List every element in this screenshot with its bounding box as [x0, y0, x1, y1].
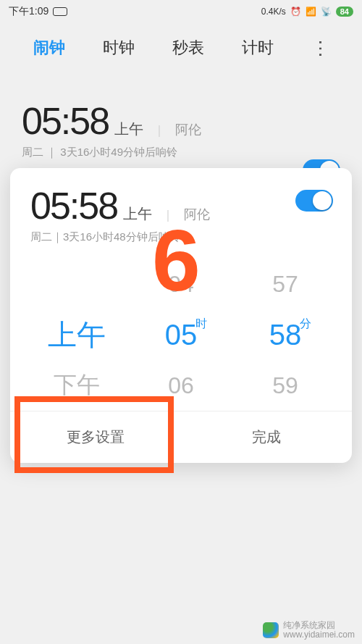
- time-picker[interactable]: 上午 下午 04 05时 06 57 58分 59: [10, 251, 352, 411]
- tab-clock[interactable]: 时钟: [103, 37, 135, 59]
- hour-next: 06: [129, 360, 233, 411]
- minute-selected: 58分: [233, 309, 337, 360]
- watermark-title: 纯净系统家园: [283, 621, 355, 630]
- ampm-am[interactable]: 上午: [25, 309, 129, 360]
- hour-column[interactable]: 04 05时 06: [129, 259, 233, 411]
- minute-prev: 57: [233, 259, 337, 309]
- minute-column[interactable]: 57 58分 59: [233, 259, 337, 411]
- sheet-header: 05:58 上午 ｜ 阿伦 周二｜3天16小时48分钟后响铃: [10, 168, 352, 251]
- wifi-icon: 📡: [321, 7, 332, 17]
- vr-icon: [53, 7, 67, 16]
- ampm-column[interactable]: 上午 下午: [25, 259, 129, 411]
- tab-timer[interactable]: 计时: [242, 37, 274, 59]
- battery-badge: 84: [336, 7, 353, 17]
- tab-alarm[interactable]: 闹钟: [33, 37, 65, 59]
- sheet-ampm: 上午: [123, 204, 152, 224]
- sheet-time: 05:58: [30, 184, 117, 227]
- divider: ｜: [153, 123, 165, 138]
- minute-next: 59: [233, 360, 337, 411]
- status-bar: 下午1:09 0.4K/s ⏰ 📶 📡 84: [0, 0, 362, 23]
- watermark-logo-icon: [263, 622, 279, 638]
- signal-icon: 📶: [306, 7, 316, 17]
- divider: ｜: [162, 208, 174, 223]
- watermark-url: www.yidaimei.com: [283, 630, 355, 640]
- tab-bar: 闹钟 时钟 秒表 计时 ⋯: [0, 23, 362, 72]
- hour-selected: 05时: [129, 309, 233, 360]
- alarm-time: 05:58: [22, 99, 109, 143]
- edit-alarm-sheet: 05:58 上午 ｜ 阿伦 周二｜3天16小时48分钟后响铃 上午 下午 04 …: [10, 168, 352, 463]
- more-settings-button[interactable]: 更多设置: [10, 411, 181, 463]
- sheet-label: 阿伦: [184, 206, 210, 223]
- alarm-label: 阿伦: [175, 121, 201, 138]
- alarm-item[interactable]: 05:58 上午 ｜ 阿伦 周二 ｜ 3天16小时49分钟后响铃: [0, 86, 362, 172]
- status-time: 下午1:09: [9, 5, 49, 18]
- hour-prev: 04: [129, 259, 233, 309]
- sheet-actions: 更多设置 完成: [10, 411, 352, 463]
- alarm-subtitle: 周二 ｜ 3天16小时49分钟后响铃: [22, 146, 340, 159]
- watermark: 纯净系统家园 www.yidaimei.com: [263, 621, 355, 640]
- sheet-subtitle: 周二｜3天16小时48分钟后响铃: [30, 230, 332, 244]
- status-net: 0.4K/s: [261, 7, 286, 17]
- overflow-icon[interactable]: ⋯: [309, 39, 332, 57]
- alarm-icon: ⏰: [290, 7, 301, 17]
- tab-stopwatch[interactable]: 秒表: [172, 37, 204, 59]
- done-button[interactable]: 完成: [181, 411, 352, 463]
- sheet-toggle[interactable]: [295, 190, 333, 212]
- alarm-ampm: 上午: [114, 120, 143, 139]
- ampm-pm[interactable]: 下午: [25, 360, 129, 411]
